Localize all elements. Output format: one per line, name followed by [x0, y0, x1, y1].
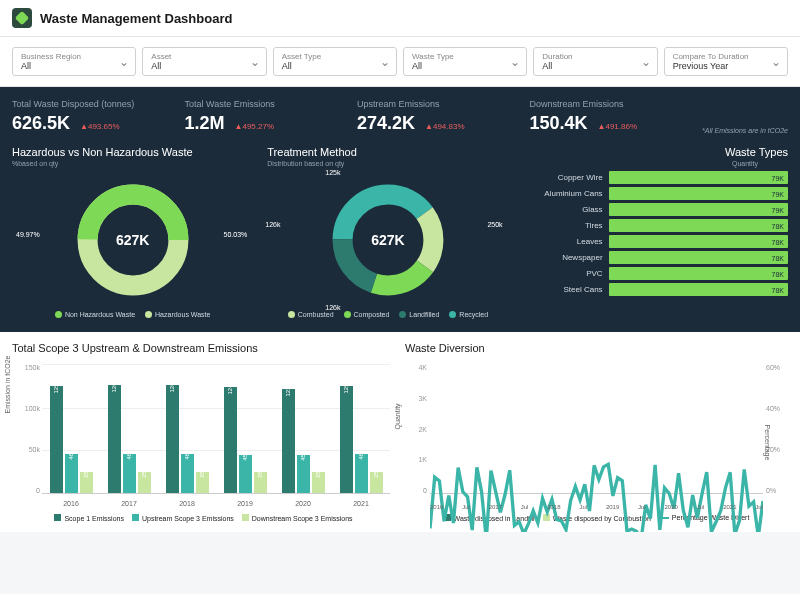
hazardous-donut: 627K 49.97% 50.03%	[12, 175, 253, 305]
waste-types-rows: Copper Wire79KAluminium Cans79KGlass79KT…	[523, 171, 788, 296]
diversion-card: Waste Diversion 4K3K2K1K0 60%40%20%0% 20…	[405, 342, 788, 522]
bar-group: 122k45k25k2020	[282, 365, 325, 493]
treatment-legend: Combusted Composted Landfilled Recycled	[267, 305, 508, 318]
header: Waste Management Dashboard	[0, 0, 800, 37]
waste-types-panel: Waste Types Quantity Copper Wire79KAlumi…	[523, 146, 788, 318]
treatment-donut: 627K 250k 125k 126k 126k	[267, 175, 508, 305]
bar-group: 125k46k25k2016	[50, 365, 93, 493]
kpi-downstream: Downstream Emissions 150.4K▲491.86%	[530, 99, 683, 134]
waste-type-row: Steel Cans78K	[523, 283, 788, 296]
app-logo-icon	[12, 8, 32, 28]
kpi-total-emissions: Total Waste Emissions 1.2M▲495.27%	[185, 99, 338, 134]
filter-duration[interactable]: DurationAll	[533, 47, 657, 76]
waste-type-row: Glass79K	[523, 203, 788, 216]
bar-group: 126k46k25k2018	[166, 365, 209, 493]
scope3-card: Total Scope 3 Upstream & Downstream Emis…	[12, 342, 395, 522]
treatment-panel: Treatment Method Distribution based on q…	[267, 146, 508, 318]
page-title: Waste Management Dashboard	[40, 11, 232, 26]
scope3-legend: Scope 1 Emissions Upstream Scope 3 Emiss…	[12, 514, 395, 522]
bar-group: 124k45k25k2019	[224, 365, 267, 493]
waste-type-row: Tires78K	[523, 219, 788, 232]
kpi-waste-disposed: Total Waste Disposed (tonnes) 626.5K▲493…	[12, 99, 165, 134]
kpi-note: *All Emissions are in tCO2e	[702, 127, 788, 134]
filter-bar: Business RegionAll AssetAll Asset TypeAl…	[0, 37, 800, 87]
waste-type-row: Aluminium Cans79K	[523, 187, 788, 200]
bar-group: 125k46k25k2021	[340, 365, 383, 493]
waste-type-row: Copper Wire79K	[523, 171, 788, 184]
diversion-legend: Waste disposed in Landfill Waste dispose…	[405, 514, 788, 522]
kpi-row: Total Waste Disposed (tonnes) 626.5K▲493…	[0, 87, 800, 146]
kpi-upstream: Upstream Emissions 274.2K▲494.83%	[357, 99, 510, 134]
bar-group: 126k46k25k2017	[108, 365, 151, 493]
hazardous-panel: Hazardous vs Non Hazardous Waste %based …	[12, 146, 253, 318]
filter-compare[interactable]: Compare To DurationPrevious Year	[664, 47, 788, 76]
waste-type-row: PVC78K	[523, 267, 788, 280]
hazardous-legend: Non Hazardous Waste Hazardous Waste	[12, 305, 253, 318]
filter-asset-type[interactable]: Asset TypeAll	[273, 47, 397, 76]
diversion-chart: 4K3K2K1K0 60%40%20%0% 2016Jul2017Jul2018…	[405, 364, 788, 514]
waste-type-row: Newspaper78K	[523, 251, 788, 264]
filter-asset[interactable]: AssetAll	[142, 47, 266, 76]
bottom-row: Total Scope 3 Upstream & Downstream Emis…	[0, 332, 800, 532]
filter-business-region[interactable]: Business RegionAll	[12, 47, 136, 76]
mid-row: Hazardous vs Non Hazardous Waste %based …	[0, 146, 800, 332]
filter-waste-type[interactable]: Waste TypeAll	[403, 47, 527, 76]
waste-type-row: Leaves78K	[523, 235, 788, 248]
scope3-chart: Emission in tCO2e 150k100k50k0 125k46k25…	[12, 364, 395, 514]
